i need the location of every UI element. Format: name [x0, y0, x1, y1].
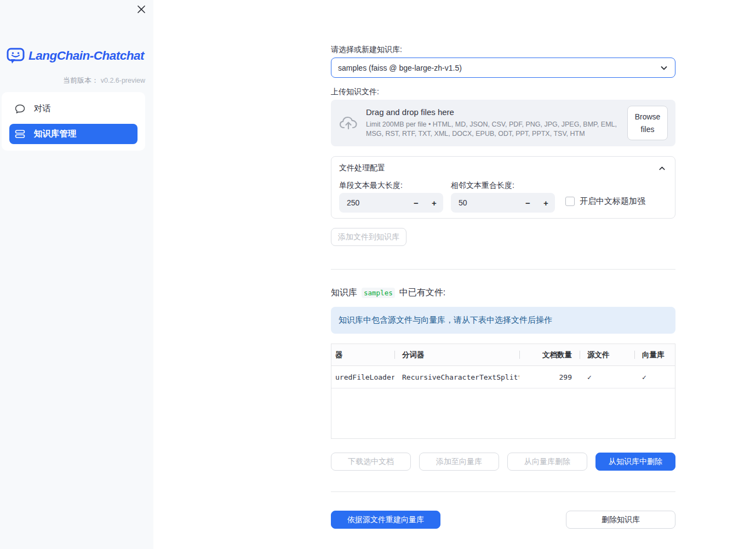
cell-vector-store-check: ✓: [634, 366, 675, 388]
kb-files-heading: 知识库 samples 中已有文件:: [331, 287, 675, 299]
logo-chat-icon: [7, 47, 25, 65]
overlap-size-label: 相邻文本重合长度:: [451, 181, 514, 191]
file-config-expander: 文件处理配置 单段文本最大长度: 相邻文本重合长度: 250 − + 50 − …: [331, 156, 675, 219]
chunk-minus-button[interactable]: −: [407, 193, 425, 213]
expander-title: 文件处理配置: [339, 163, 385, 173]
file-actions-row: 下载选中文档 添加至向量库 从向量库删除 从知识库中删除: [331, 453, 675, 471]
nav-menu: 对话 知识库管理: [2, 92, 145, 151]
expander-header[interactable]: 文件处理配置: [331, 157, 675, 173]
nav-item-chat-label: 对话: [34, 103, 51, 115]
overlap-size-input[interactable]: 50 − +: [451, 193, 555, 213]
close-sidebar-icon[interactable]: [136, 4, 146, 14]
col-header-doc-count: 文档数量: [519, 344, 580, 365]
zh-title-enhance-label: 开启中文标题加强: [580, 196, 645, 207]
delete-from-kb-button[interactable]: 从知识库中删除: [595, 453, 675, 471]
add-files-to-kb-button[interactable]: 添加文件到知识库: [331, 228, 406, 246]
cell-doc-count: 299: [519, 366, 580, 388]
col-header-source-file: 源文件: [580, 344, 634, 365]
chevron-down-icon: [660, 64, 668, 72]
sidebar: LangChain-Chatchat 当前版本： v0.2.6-preview …: [0, 0, 153, 549]
cell-loader: uredFileLoader: [331, 366, 394, 388]
info-banner-text: 知识库中包含源文件与向量库，请从下表中选择文件后操作: [339, 315, 552, 325]
browse-files-button[interactable]: Browse files: [627, 106, 668, 140]
add-to-vectorstore-button[interactable]: 添加至向量库: [419, 453, 499, 471]
knowledge-base-icon: [15, 129, 25, 139]
cell-splitter: RecursiveCharacterTextSplitter: [394, 366, 519, 388]
kb-name-code: samples: [362, 288, 395, 298]
overlap-minus-button[interactable]: −: [519, 193, 537, 213]
overlap-size-value: 50: [459, 198, 519, 207]
rebuild-vectorstore-button[interactable]: 依据源文件重建向量库: [331, 511, 440, 529]
logo-text: LangChain-Chatchat: [28, 49, 144, 63]
main-content: 请选择或新建知识库: samples (faiss @ bge-large-zh…: [331, 0, 675, 549]
version-label: 当前版本：: [63, 76, 99, 84]
table-header-row: 器 分词器 文档数量 源文件 向量库: [331, 344, 675, 366]
table-row[interactable]: uredFileLoader RecursiveCharacterTextSpl…: [331, 366, 675, 388]
kb-files-table[interactable]: 器 分词器 文档数量 源文件 向量库 uredFileLoader Recurs…: [331, 344, 675, 439]
chunk-size-value: 250: [347, 198, 407, 207]
file-dropzone[interactable]: Drag and drop files here Limit 200MB per…: [331, 100, 675, 146]
chunk-size-input[interactable]: 250 − +: [339, 193, 443, 213]
kb-files-heading-prefix: 知识库: [331, 287, 357, 299]
chunk-size-label: 单段文本最大长度:: [339, 181, 403, 191]
kb-select[interactable]: samples (faiss @ bge-large-zh-v1.5): [331, 58, 675, 78]
version-value: v0.2.6-preview: [101, 77, 145, 84]
delete-kb-button[interactable]: 删除知识库: [566, 511, 675, 529]
download-selected-button[interactable]: 下载选中文档: [331, 453, 411, 471]
upload-label: 上传知识文件:: [331, 87, 675, 97]
col-header-splitter: 分词器: [394, 344, 519, 365]
nav-item-knowledge-base[interactable]: 知识库管理: [9, 124, 138, 144]
chunk-plus-button[interactable]: +: [425, 193, 443, 213]
zh-title-enhance-checkbox[interactable]: [565, 197, 575, 206]
kb-select-label: 请选择或新建知识库:: [331, 45, 675, 55]
info-banner: 知识库中包含源文件与向量库，请从下表中选择文件后操作: [331, 307, 675, 334]
kb-select-value: samples (faiss @ bge-large-zh-v1.5): [338, 64, 660, 72]
delete-from-vectorstore-button[interactable]: 从向量库删除: [507, 453, 587, 471]
dropzone-instructions: Drag and drop files here Limit 200MB per…: [366, 107, 622, 139]
col-header-vector-store: 向量库: [634, 344, 675, 365]
zh-title-enhance-row: 开启中文标题加强: [565, 196, 645, 207]
nav-item-chat[interactable]: 对话: [9, 99, 138, 119]
version-info: 当前版本： v0.2.6-preview: [63, 76, 145, 85]
divider: [331, 491, 675, 492]
cell-source-file-check: ✓: [580, 366, 634, 388]
chat-bubble-icon: [15, 104, 25, 114]
kb-files-heading-suffix: 中已有文件:: [399, 287, 445, 299]
dropzone-title: Drag and drop files here: [366, 107, 622, 117]
app-logo: LangChain-Chatchat: [7, 47, 144, 65]
upload-cloud-icon: [339, 115, 358, 132]
col-header-loader-clipped: 器: [331, 344, 394, 365]
divider: [331, 269, 675, 270]
overlap-plus-button[interactable]: +: [537, 193, 555, 213]
chevron-up-icon: [658, 164, 666, 173]
dropzone-hint: Limit 200MB per file • HTML, MD, JSON, C…: [366, 120, 622, 139]
nav-item-knowledge-base-label: 知识库管理: [34, 128, 77, 140]
